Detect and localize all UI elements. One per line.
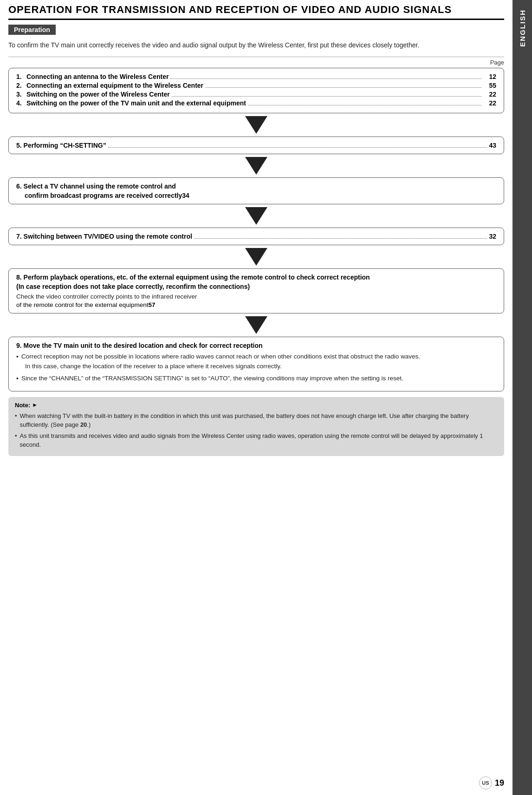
us-badge: US [479, 776, 492, 789]
step-9-title: 9. Move the TV main unit to the desired … [16, 342, 496, 349]
svg-marker-2 [245, 207, 267, 225]
svg-marker-3 [245, 248, 267, 266]
step-6-title: 6. Select a TV channel using the remote … [16, 182, 496, 190]
step-5-box: 5. Performing “CH-SETTING” 43 [8, 137, 504, 154]
steps-box-1-4: 1. Connecting an antenna to the Wireless… [8, 68, 504, 113]
arrow-down-3 [8, 207, 504, 225]
page-number: 19 [495, 778, 504, 788]
bottom-bar: US 19 [479, 776, 504, 789]
arrow-down-4 [8, 248, 504, 266]
step-6-line1: Select a TV channel using the remote con… [24, 182, 176, 190]
arrow-down-2 [8, 157, 504, 175]
note-box: Note: ► • When watching TV with the buil… [8, 397, 504, 456]
step-9-bullet-1: • Correct reception may not be possible … [16, 352, 496, 371]
step-9-bullet-2: • Since the “CHANNEL” of the “TRANSMISSI… [16, 374, 496, 384]
arrow-down-1 [8, 116, 504, 134]
step-8-title: 8. Perform playback operations, etc. of … [16, 274, 496, 281]
note-item-1: • When watching TV with the built-in bat… [15, 411, 498, 430]
step-6-num: 6. [16, 182, 22, 190]
step-9-box: 9. Move the TV main unit to the desired … [8, 337, 504, 391]
step-7-box: 7. Switching between TV/VIDEO using the … [8, 228, 504, 245]
step-8-box: 8. Perform playback operations, etc. of … [8, 268, 504, 313]
step-8-body1: Check the video controller correctly poi… [16, 292, 496, 301]
step-5-line: 5. Performing “CH-SETTING” 43 [16, 142, 496, 149]
arrow-down-5 [8, 316, 504, 334]
step-6-box: 6. Select a TV channel using the remote … [8, 177, 504, 204]
step-4: 4. Switching on the power of the TV main… [16, 99, 496, 107]
page-label: Page [8, 57, 504, 66]
note-item-2: • As this unit transmits and receives vi… [15, 431, 498, 450]
sidebar-label: ENGLISH [519, 9, 526, 47]
step-8-body2: of the remote control for the external e… [16, 301, 496, 308]
step-3: 3. Switching on the power of the Wireles… [16, 91, 496, 98]
step-1: 1. Connecting an antenna to the Wireless… [16, 73, 496, 80]
svg-marker-0 [245, 116, 267, 134]
step-8-subtitle: (In case reception does not take place c… [16, 283, 496, 290]
svg-marker-1 [245, 157, 267, 175]
step-2: 2. Connecting an external equipment to t… [16, 82, 496, 89]
step-7-line: 7. Switching between TV/VIDEO using the … [16, 233, 496, 240]
intro-text: To confirm the TV main unit correctly re… [8, 40, 504, 50]
preparation-badge: Preparation [8, 25, 56, 35]
sidebar: ENGLISH [513, 0, 532, 795]
svg-marker-4 [245, 316, 267, 334]
note-header: Note: ► [15, 402, 498, 409]
page-title: OPERATION FOR TRANSMISSION AND RECEPTION… [8, 0, 504, 20]
step-6-line2: confirm broadcast programs are received … [16, 192, 496, 199]
